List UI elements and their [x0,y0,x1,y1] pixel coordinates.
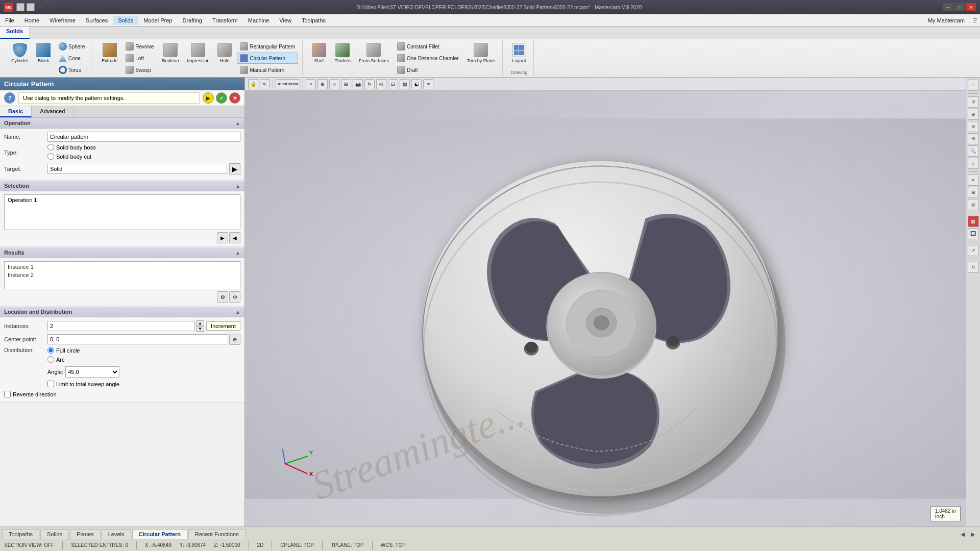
ribbon-btn-loft[interactable]: Loft [122,53,157,64]
selection-item-1[interactable]: Operation 1 [6,196,239,204]
viewport-arrow-right[interactable]: ▶ [968,530,978,539]
results-btn-2[interactable]: ⚙ [229,291,240,303]
menu-drafting[interactable]: Drafting [177,16,207,25]
cancel-button[interactable]: ✕ [229,92,240,104]
vtool-lines[interactable]: ▤ [400,79,410,89]
viewport-arrow-left[interactable]: ◀ [958,530,968,539]
rtool-zoom-out[interactable]: ⊖ [968,121,979,132]
ribbon-btn-trim-plane[interactable]: Trim by Plane [464,41,498,65]
target-input[interactable] [47,164,227,174]
ribbon-btn-from-surfaces[interactable]: From Surfaces [356,41,392,65]
target-select-button[interactable]: ▶ [229,163,240,174]
ribbon-btn-layout[interactable]: Layout [509,41,529,65]
ribbon-btn-one-dist-chamfer[interactable]: One Distance Chamfer [394,53,462,64]
maximize-button[interactable]: □ [954,3,965,11]
rtool-perspective[interactable]: ⊞ [968,187,979,198]
name-input[interactable] [47,132,240,142]
vtool-lock[interactable]: 🔒 [248,79,258,89]
instances-input[interactable] [47,321,195,331]
tab-basic[interactable]: Basic [0,106,32,117]
section-operation-header[interactable]: Operation ▲ [0,118,244,129]
toolbar-icon-open[interactable] [27,3,35,11]
ribbon-btn-constant-fillet[interactable]: Constant Fillet [394,41,462,52]
help-button[interactable]: ? [4,92,15,104]
type-boss-radio[interactable]: Solid body boss [47,144,96,151]
rtool-shading[interactable]: ▦ [968,216,979,227]
selection-list[interactable]: Operation 1 [4,194,240,230]
vtool-autocursor[interactable]: AutoCursor [276,79,300,89]
ribbon-btn-impression[interactable]: Impression [184,41,212,65]
ribbon-btn-sweep[interactable]: Sweep [122,64,157,76]
rtool-fit[interactable]: ⟲ [968,133,979,144]
menu-help-icon[interactable]: ? [970,15,980,26]
section-location-header[interactable]: Location and Distribution ▲ [0,307,244,317]
ribbon-btn-torus[interactable]: Torus [56,64,88,76]
btab-recent-functions[interactable]: Recent Functions [188,529,246,539]
minimize-button[interactable]: ─ [943,3,953,11]
result-item-1[interactable]: Instance 1 [6,263,239,271]
ribbon-btn-cone[interactable]: Cone [56,53,88,64]
reverse-dir-checkbox[interactable] [4,391,11,397]
ribbon-btn-hole[interactable]: Hole [214,41,235,65]
center-input[interactable] [47,334,228,344]
menu-view[interactable]: View [274,16,297,25]
rtool-wireframe[interactable]: 🔲 [968,228,979,239]
selection-remove-button[interactable]: ◀ [229,232,240,243]
menu-file[interactable]: File [0,16,19,25]
instances-up-button[interactable]: ▲ [196,320,204,326]
limit-sweep-checkbox-row[interactable]: Limit to total sweep angle [47,381,119,387]
ribbon-btn-draft[interactable]: Draft [394,64,462,76]
btab-solids[interactable]: Solids [40,529,69,539]
btab-levels[interactable]: Levels [102,529,131,539]
btab-circular-pattern[interactable]: Circular Pattern [132,529,188,539]
vtool-circle[interactable]: ○ [329,79,339,89]
menu-surfaces[interactable]: Surfaces [81,16,113,25]
rtool-mouse[interactable]: ↗ [968,245,979,256]
menu-model-prep[interactable]: Model Prep [138,16,177,25]
center-pick-button[interactable]: ⊕ [229,334,240,345]
toolbar-icon-redo[interactable]: ↪ [47,3,55,11]
menu-my-mastercam[interactable]: My Mastercam [923,16,970,25]
toolbar-icon-undo[interactable]: ↩ [37,3,45,11]
vtool-grid[interactable]: ⊞ [341,79,351,89]
vtool-rotate[interactable]: ↻ [364,79,375,89]
result-item-2[interactable]: Instance 2 [6,271,239,279]
ribbon-btn-rect-pattern[interactable]: Rectangular Pattern [237,41,298,52]
angle-select[interactable]: 45.0 90.0 120.0 180.0 [65,366,119,378]
vtool-box[interactable]: ⊡ [388,79,398,89]
vtool-target[interactable]: ◎ [376,79,386,89]
menu-wireframe[interactable]: Wireframe [44,16,81,25]
viewport[interactable]: Y X Streamingte... 1.0482 in Inch [245,91,966,527]
ribbon-btn-cylinder[interactable]: Cylinder [8,41,31,65]
section-results-header[interactable]: Results ▲ [0,247,244,258]
ribbon-btn-shell[interactable]: Shell [309,41,329,65]
close-button[interactable]: ✕ [966,3,976,11]
ribbon-btn-thicken[interactable]: Thicken [331,41,354,65]
rtool-home[interactable]: ⌂ [968,158,979,169]
limit-sweep-checkbox[interactable] [47,381,54,387]
type-cut-radio[interactable]: Solid body cut [47,153,96,160]
menu-toolpaths[interactable]: Toolpaths [297,16,331,25]
btab-toolpaths[interactable]: Toolpaths [2,529,39,539]
go-button[interactable]: ▶ [203,92,214,104]
ribbon-btn-extrude[interactable]: Extrude [99,41,120,65]
menu-transform[interactable]: Transform [207,16,243,25]
btab-planes[interactable]: Planes [70,529,101,539]
tab-advanced[interactable]: Advanced [32,106,74,117]
ok-button[interactable]: ✓ [216,92,227,104]
rtool-reset[interactable]: ↻ [968,262,979,273]
menu-machine[interactable]: Machine [243,16,275,25]
rtool-plus[interactable]: + [968,80,979,91]
selection-add-button[interactable]: ▶ [217,232,228,243]
rtool-undo[interactable]: ↺ [968,96,979,108]
dist-arc-radio[interactable]: Arc [47,356,119,363]
rtool-grid-view[interactable]: ≡ [968,174,979,186]
ribbon-btn-sphere[interactable]: Sphere [56,41,88,52]
ribbon-tab-solids[interactable]: Solids [0,27,30,39]
vtool-snap[interactable]: ⊕ [317,79,328,89]
ribbon-btn-boolean[interactable]: Boolean [159,41,182,65]
ribbon-btn-manual-pattern[interactable]: Manual Pattern [237,64,298,76]
instances-down-button[interactable]: ▼ [196,326,204,332]
ribbon-btn-revolve[interactable]: Revolve [122,41,157,52]
menu-solids[interactable]: Solids [113,16,138,25]
